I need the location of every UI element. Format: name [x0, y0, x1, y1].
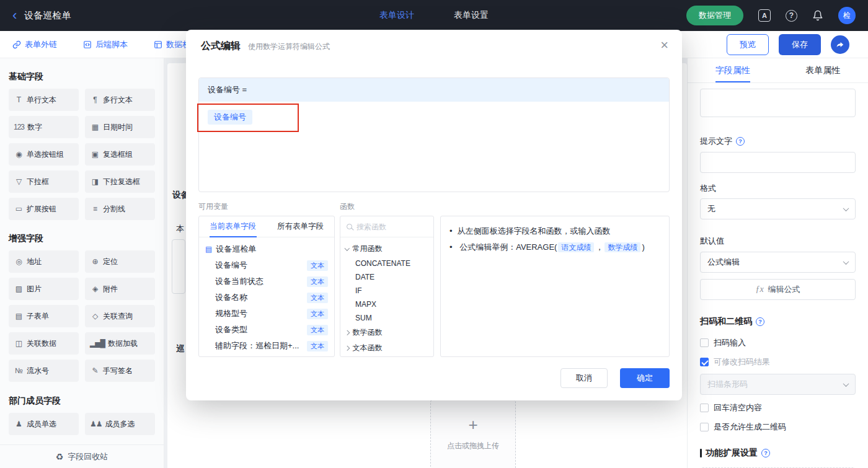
checkbox-unchecked-icon[interactable] — [700, 404, 709, 412]
chevron-down-icon — [843, 205, 849, 211]
example-field-tag: 数学成绩 — [604, 242, 640, 252]
question-icon[interactable]: ? — [736, 137, 745, 146]
field-name: 设备名称 — [215, 292, 303, 303]
data-manage-button[interactable]: 数据管理 — [686, 6, 743, 25]
checkbox-unchecked-icon[interactable] — [700, 423, 709, 431]
hint-text-input[interactable] — [700, 152, 856, 173]
default-value: 公式编辑 — [707, 257, 740, 268]
field-button-radio-group[interactable]: ◉单选按钮组 — [9, 143, 79, 166]
variables-panel: 当前表单字段 所有表单字段 ▤ 设备巡检单 设备编号文本 设备当前状态文本 设备… — [198, 216, 335, 357]
field-recycle-bin[interactable]: ♻ 字段回收站 — [0, 444, 164, 468]
checkbox-scan-input[interactable]: 扫码输入 — [700, 337, 856, 348]
field-button-extend-button[interactable]: ▭扩展按钮 — [9, 198, 79, 220]
variable-field-row[interactable]: 设备类型文本 — [199, 322, 334, 338]
scan-section-title: 扫码和二维码 — [700, 316, 752, 327]
formula-input-area[interactable]: 设备编号 — [199, 102, 669, 192]
field-button-multi-line-text[interactable]: ¶多行文本 — [85, 89, 155, 111]
variable-field-row[interactable]: 设备名称文本 — [199, 289, 334, 306]
default-value-select[interactable]: 公式编辑 — [700, 252, 856, 273]
confirm-button[interactable]: 确定 — [620, 368, 670, 388]
variable-field-row[interactable]: 辅助字段：巡检日期+...文本 — [199, 338, 334, 354]
field-button-attachment[interactable]: ◈附件 — [85, 278, 155, 300]
barcode-select-disabled[interactable]: 扫描条形码 — [700, 374, 856, 395]
checkbox-allow-qrcode[interactable]: 是否允许生成二维码 — [700, 422, 856, 433]
dialog-footer: 取消 确定 — [560, 368, 670, 388]
variable-field-row[interactable]: 设备编号文本 — [199, 257, 334, 273]
field-button-address[interactable]: ◎地址 — [9, 250, 79, 273]
function-item[interactable]: MAPX — [340, 298, 433, 311]
notification-bell-icon[interactable] — [812, 10, 823, 21]
field-name: 辅助字段：巡检日期+... — [215, 340, 303, 351]
grid-icon — [154, 40, 162, 49]
question-icon[interactable]: ? — [756, 317, 764, 326]
field-button-member-multi[interactable]: ♟♟成员多选 — [85, 413, 155, 435]
format-select[interactable]: 无 — [700, 198, 856, 219]
field-button-signature[interactable]: ✎手写签名 — [85, 360, 155, 382]
available-variables-label: 可用变量 — [198, 201, 228, 212]
tab-all-form-fields[interactable]: 所有表单字段 — [267, 216, 334, 237]
function-item[interactable]: DATE — [340, 270, 433, 284]
field-button-datetime[interactable]: ▦日期时间 — [85, 116, 155, 138]
field-button-location[interactable]: ⊕定位 — [85, 250, 155, 273]
variables-tabs: 当前表单字段 所有表单字段 — [199, 216, 334, 237]
tab-form-properties[interactable]: 表单属性 — [778, 58, 868, 82]
translate-icon[interactable]: A — [758, 9, 771, 22]
variable-field-row[interactable]: 设备当前状态文本 — [199, 273, 334, 289]
checkbox-clear-on-enter[interactable]: 回车清空内容 — [700, 402, 856, 413]
field-button-dropdown[interactable]: ▽下拉框 — [9, 170, 79, 193]
hint-text-label-text: 提示文字 — [700, 136, 732, 147]
field-button-divider[interactable]: ≡分割线 — [85, 198, 155, 220]
close-icon[interactable]: × — [660, 38, 668, 52]
field-button-checkbox-group[interactable]: ▣复选框组 — [85, 143, 155, 166]
field-button-data-load[interactable]: ▂▅█数据加载 — [85, 332, 155, 355]
field-button-member-single[interactable]: ♟成员单选 — [9, 413, 79, 435]
function-item[interactable]: CONCATENATE — [340, 257, 433, 270]
back-icon[interactable]: ‹ — [12, 9, 17, 22]
user-avatar[interactable]: 检 — [838, 7, 856, 24]
tab-form-design[interactable]: 表单设计 — [379, 10, 414, 21]
share-button[interactable] — [831, 35, 849, 54]
empty-field-box[interactable] — [700, 89, 856, 117]
tree-root-form[interactable]: ▤ 设备巡检单 — [199, 241, 334, 257]
upload-dropzone[interactable]: + 点击或拖拽上传 — [430, 400, 516, 468]
field-button-multi-dropdown[interactable]: ◨下拉复选框 — [85, 170, 155, 193]
form-external-link[interactable]: 表单外链 — [12, 39, 57, 50]
function-item[interactable]: IF — [340, 284, 433, 298]
preview-button[interactable]: 预览 — [727, 34, 769, 55]
function-group-math[interactable]: 数学函数 — [340, 325, 433, 340]
calendar-icon: ▦ — [90, 123, 100, 131]
field-button-linked-query[interactable]: ◇关联查询 — [85, 305, 155, 327]
properties-body: 提示文字 ? 格式 无 默认值 公式编辑 ƒx 编辑公式 扫码和二维码 ? — [688, 89, 868, 468]
function-group-common[interactable]: 常用函数 — [340, 241, 433, 257]
edit-formula-button[interactable]: ƒx 编辑公式 — [700, 279, 856, 300]
function-group-text[interactable]: 文本函数 — [340, 340, 433, 356]
tab-form-settings[interactable]: 表单设置 — [454, 10, 489, 21]
field-button-number[interactable]: 123数字 — [9, 116, 79, 138]
checkbox-modify-scan-result[interactable]: 可修改扫码结果 — [700, 356, 856, 368]
help-icon[interactable]: ? — [786, 10, 797, 22]
field-button-subform[interactable]: ▤子表单 — [9, 305, 79, 327]
member-field-grid: ♟成员单选 ♟♟成员多选 — [9, 413, 164, 435]
function-search[interactable] — [340, 216, 433, 237]
field-button-serial-number[interactable]: №流水号 — [9, 360, 79, 382]
cancel-button[interactable]: 取消 — [560, 368, 608, 388]
search-icon — [347, 224, 352, 229]
tab-current-form-fields[interactable]: 当前表单字段 — [199, 216, 267, 237]
tab-field-properties[interactable]: 字段属性 — [688, 58, 778, 82]
function-item[interactable]: SUM — [340, 311, 433, 325]
field-button-linked-data[interactable]: ◫关联数据 — [9, 332, 79, 355]
field-type-badge: 文本 — [307, 260, 328, 271]
variable-field-row[interactable]: 规格型号文本 — [199, 306, 334, 322]
formula-field-tag[interactable]: 设备编号 — [208, 110, 252, 125]
function-search-input[interactable] — [356, 223, 427, 231]
checkbox-unchecked-icon[interactable] — [700, 338, 709, 347]
checkbox-checked-icon[interactable] — [700, 358, 709, 366]
field-button-single-line-text[interactable]: T单行文本 — [9, 89, 79, 111]
question-icon[interactable]: ? — [761, 449, 770, 457]
save-button[interactable]: 保存 — [779, 34, 821, 55]
field-label: 关联数据 — [27, 338, 56, 349]
backend-script-link[interactable]: 后端脚本 — [83, 39, 128, 50]
field-button-image[interactable]: ▨图片 — [9, 278, 79, 300]
backend-script-label: 后端脚本 — [95, 39, 128, 50]
tree-root-label: 设备巡检单 — [216, 244, 256, 255]
